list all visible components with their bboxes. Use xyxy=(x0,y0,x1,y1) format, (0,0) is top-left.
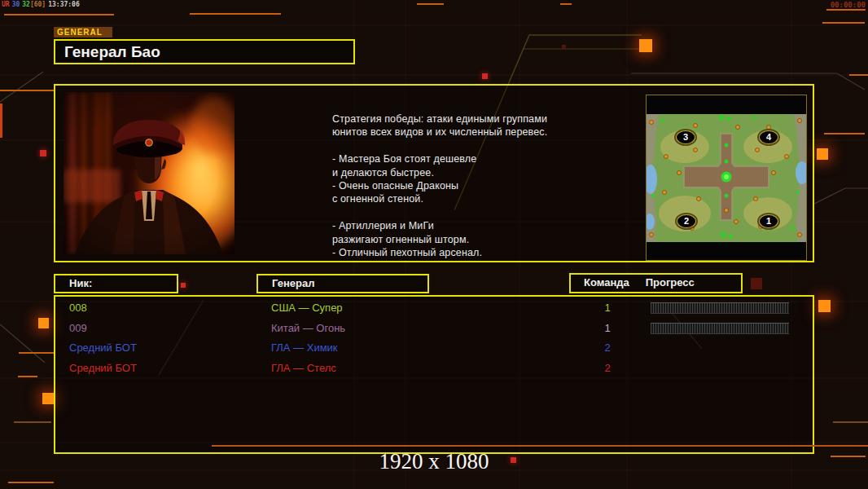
player-nick: 008 xyxy=(69,302,87,314)
decoration-square xyxy=(40,150,46,156)
player-team: 1 xyxy=(599,302,616,314)
minimap-image xyxy=(647,95,806,260)
general-tab[interactable]: GENERAL xyxy=(54,27,112,37)
decoration-square xyxy=(818,300,831,312)
player-team: 2 xyxy=(599,341,616,354)
decoration-dash xyxy=(849,74,868,76)
player-team: 2 xyxy=(599,362,616,374)
start-position-3: 3 xyxy=(676,130,695,144)
decoration-dash xyxy=(833,421,868,423)
decoration-edge-strip xyxy=(0,104,2,138)
player-general: США — Супер xyxy=(271,302,343,314)
decoration-dash xyxy=(18,376,37,377)
decoration-square xyxy=(562,45,566,49)
general-portrait xyxy=(64,92,235,254)
player-team: 1 xyxy=(599,322,616,334)
decoration-dash xyxy=(822,22,865,24)
decoration-square xyxy=(817,148,828,160)
team-header-label: Команда xyxy=(584,275,629,292)
strategy-text: Стратегия победы: атаки едиными группами… xyxy=(332,112,601,259)
general-header-label: Генерал xyxy=(272,277,314,289)
nick-header-label: Ник: xyxy=(69,277,92,289)
player-nick: Средний БОТ xyxy=(69,341,137,354)
decoration-dash xyxy=(4,14,114,15)
fps-label: UR xyxy=(2,1,10,8)
progress-header-label: Прогресс xyxy=(646,275,695,292)
general-title-box: Генерал Бао xyxy=(54,39,355,64)
decoration-square xyxy=(38,318,49,328)
briefing-panel: Стратегия победы: атаки едиными группами… xyxy=(54,84,814,262)
resolution-underline xyxy=(212,445,868,447)
loading-screen: UR3032[60]13:37:06 00:00:00 GENERAL Гене… xyxy=(0,0,868,489)
fps-overlay: UR3032[60]13:37:06 xyxy=(2,1,82,8)
player-nick: 009 xyxy=(69,322,87,334)
decoration-square xyxy=(751,278,762,289)
player-nick: Средний БОТ xyxy=(69,362,137,374)
general-title: Генерал Бао xyxy=(55,41,353,63)
progress-bar xyxy=(651,302,789,314)
table-row: Средний БОТГЛА — Стелс2 xyxy=(55,359,813,379)
decoration-dash xyxy=(190,13,281,15)
decoration-square xyxy=(42,393,54,404)
decoration-dash xyxy=(0,90,54,91)
table-row: 008США — Супер1 xyxy=(55,298,813,319)
decoration-square xyxy=(482,73,488,79)
fps-value-2: 32 xyxy=(22,1,30,8)
decoration-dash xyxy=(417,3,444,5)
timer-underline xyxy=(826,9,866,11)
decoration-square xyxy=(639,39,652,52)
start-position-4: 4 xyxy=(759,130,778,144)
start-position-2: 2 xyxy=(677,214,696,228)
fps-value-1: 30 xyxy=(12,1,20,8)
player-rows: 008США — Супер1009Китай — Огонь1Средний … xyxy=(55,298,813,378)
column-header-team-progress: Команда Прогресс xyxy=(569,273,743,293)
decoration-dash xyxy=(14,421,51,423)
players-table: 008США — Супер1009Китай — Огонь1Средний … xyxy=(54,295,814,454)
decoration-dash xyxy=(824,133,865,134)
overlay-time: 13:37:06 xyxy=(48,1,80,8)
minimap: 3 4 2 1 xyxy=(646,95,807,261)
decoration-dash xyxy=(8,482,54,483)
player-general: ГЛА — Химик xyxy=(271,341,338,354)
decoration-dash xyxy=(560,3,572,5)
fps-limit: [60] xyxy=(30,1,46,8)
player-general: ГЛА — Стелс xyxy=(271,362,336,374)
column-header-nick: Ник: xyxy=(54,274,178,293)
match-timer: 00:00:00 xyxy=(831,1,866,9)
column-header-general: Генерал xyxy=(256,274,429,293)
progress-bar xyxy=(651,323,789,334)
table-row: Средний БОТГЛА — Химик2 xyxy=(55,338,813,359)
table-row: 009Китай — Огонь1 xyxy=(55,319,813,339)
decoration-dash xyxy=(19,352,55,354)
resolution-label: 1920 x 1080 xyxy=(0,449,868,474)
decoration-square xyxy=(181,283,186,288)
start-position-1: 1 xyxy=(759,214,778,228)
player-general: Китай — Огонь xyxy=(271,322,345,334)
general-portrait-image xyxy=(64,92,235,254)
